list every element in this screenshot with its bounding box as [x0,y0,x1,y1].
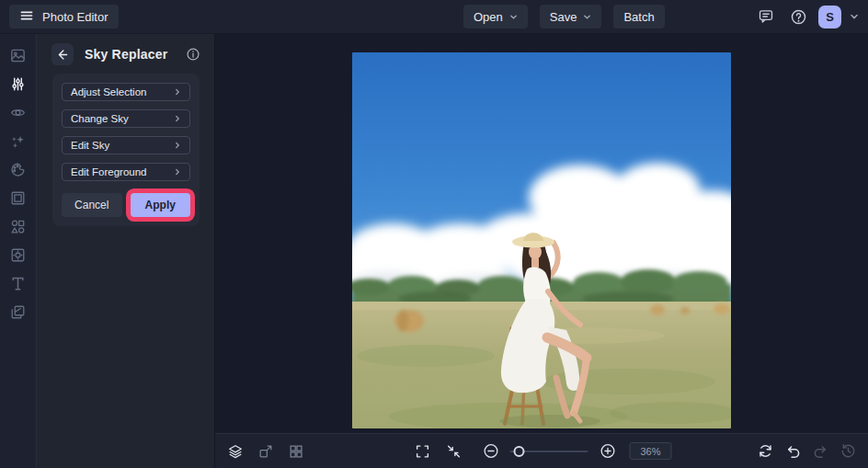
chevron-right-icon [174,142,181,149]
zoom-slider-handle[interactable] [514,446,525,457]
feedback-icon[interactable] [754,5,778,29]
bottom-toolbar: 36% [215,433,868,468]
chevron-down-icon [509,13,518,21]
open-button[interactable]: Open [463,5,528,29]
overlays-icon[interactable] [6,242,31,268]
topbar-right: S [754,5,859,29]
adjust-sliders-icon[interactable] [6,71,31,97]
save-button[interactable]: Save [540,5,602,29]
artsy-palette-icon[interactable] [6,156,31,182]
undo-icon[interactable] [782,440,804,462]
workspace: 36% [215,34,868,468]
top-bar: Photo Editor Open Save Batch [0,0,868,34]
app-title: Photo Editor [42,10,108,24]
cancel-button[interactable]: Cancel [62,193,122,217]
grid-icon[interactable] [285,440,307,462]
zoom-percent-field[interactable]: 36% [630,442,672,460]
frames-icon[interactable] [6,185,31,211]
help-icon[interactable] [786,5,810,29]
fullscreen-icon[interactable] [412,440,434,462]
adjust-selection-item[interactable]: Adjust Selection [62,83,190,101]
sky-replacer-panel: Sky Replacer Adjust Selection Change Sky [37,34,215,468]
file-actions: Open Save Batch [463,5,665,29]
edit-sky-item[interactable]: Edit Sky [62,136,190,154]
chevron-right-icon [174,88,181,96]
history-icon[interactable] [837,440,859,462]
chevron-right-icon [174,168,181,176]
photo-editor-app: Photo Editor Open Save Batch [0,0,868,468]
chevron-right-icon [174,115,181,122]
zoom-in-icon[interactable] [597,440,619,462]
account-avatar[interactable]: S [818,6,841,29]
sky-replacer-card: Adjust Selection Change Sky Edit Sky [52,74,200,226]
panel-title: Sky Replacer [85,47,167,62]
info-icon[interactable] [185,46,201,63]
fit-screen-icon[interactable] [443,440,465,462]
chevron-down-icon [583,13,591,21]
zoom-out-icon[interactable] [480,440,502,462]
textures-icon[interactable] [6,299,31,325]
batch-button[interactable]: Batch [613,5,664,29]
edit-foreground-item[interactable]: Edit Foreground [62,163,190,181]
resize-canvas-icon[interactable] [255,440,277,462]
image-manager-icon[interactable] [6,42,31,68]
tool-rail [0,34,37,468]
account-chevron-down-icon[interactable] [850,12,859,21]
effects-sparkles-icon[interactable] [6,128,31,154]
canvas-area [215,34,868,433]
change-sky-item[interactable]: Change Sky [62,109,190,128]
zoom-slider[interactable] [510,451,588,452]
reset-icon[interactable] [754,440,776,462]
redo-icon[interactable] [809,440,831,462]
main-menu-button[interactable]: Photo Editor [9,5,119,29]
text-icon[interactable] [6,270,31,296]
photo-preview [352,52,731,428]
graphics-shapes-icon[interactable] [6,213,31,239]
touchup-eye-icon[interactable] [6,99,31,125]
back-button[interactable] [51,43,74,65]
apply-button[interactable]: Apply [131,193,191,217]
layers-icon[interactable] [224,440,246,462]
hamburger-icon [19,8,34,26]
